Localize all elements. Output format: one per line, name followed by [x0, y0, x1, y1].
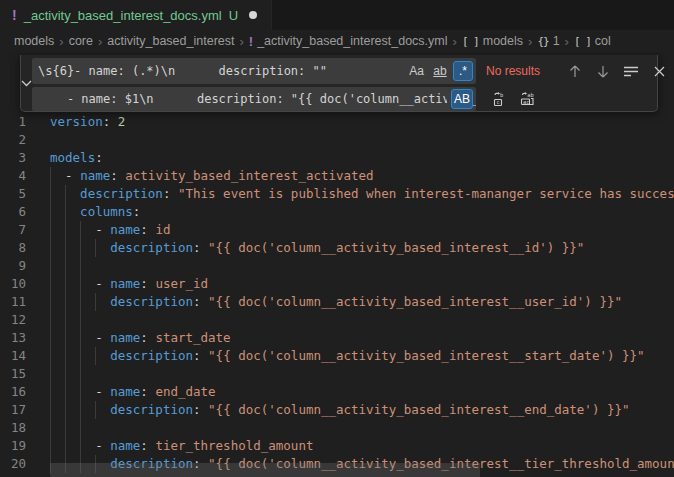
match-case-toggle[interactable]: Aa [406, 61, 427, 81]
breadcrumb-separator-icon: › [528, 35, 532, 48]
whole-word-toggle[interactable]: ab [430, 61, 450, 81]
code-line-5[interactable]: 5 description: "This event is published … [0, 185, 674, 203]
indent-guide [50, 257, 51, 275]
regex-toggle[interactable]: .* [453, 61, 473, 81]
code-line-18[interactable]: 18 [0, 419, 674, 437]
line-text: - name: id [50, 221, 170, 239]
close-icon[interactable] [648, 60, 670, 82]
next-match-button[interactable] [592, 60, 614, 82]
code-line-10[interactable]: 10 - name: user_id [0, 275, 674, 293]
indent-guide [65, 311, 66, 329]
line-number: 16 [0, 383, 26, 401]
indent-guide [65, 419, 66, 437]
code-line-7[interactable]: 7 - name: id [0, 221, 674, 239]
code-line-19[interactable]: 19 - name: tier_threshold_amount [0, 437, 674, 455]
line-text: - name: end_date [50, 383, 216, 401]
previous-match-button[interactable] [564, 60, 586, 82]
line-number: 19 [0, 437, 26, 455]
code-content[interactable]: 1version: 223models:4 - name: activity_b… [0, 113, 674, 473]
indent-guide [50, 419, 51, 437]
replace-input[interactable]: - name: $1\n description: "{{ doc('colum… [32, 87, 476, 111]
line-number: 12 [0, 311, 26, 329]
indent-guide [65, 257, 66, 275]
vscode-window: ! _activity_based_interest_docs.yml U mo… [0, 0, 674, 477]
code-line-11[interactable]: 11 description: "{{ doc('column__activit… [0, 293, 674, 311]
breadcrumb-item-_activity_based_interest_docs.yml[interactable]: !_activity_based_interest_docs.yml [249, 34, 448, 49]
toggle-replace-chevron-icon[interactable] [21, 55, 32, 111]
line-text: columns: [50, 203, 140, 221]
line-number: 18 [0, 419, 26, 437]
line-number: 17 [0, 401, 26, 419]
svg-text:b: b [500, 92, 503, 98]
line-number: 13 [0, 329, 26, 347]
editor-pane[interactable]: \s{6}- name: (.*)\n description: "" Aaab… [0, 52, 674, 477]
breadcrumb-label: activity_based_interest [107, 34, 234, 48]
breadcrumb-separator-icon: › [453, 35, 457, 48]
indent-guide [80, 257, 81, 275]
svg-text:ab: ab [527, 92, 534, 98]
line-number: 9 [0, 257, 26, 275]
breadcrumb-label: models [483, 34, 523, 48]
replace-all-button[interactable]: abac [516, 88, 538, 110]
line-number: 3 [0, 149, 26, 167]
line-text: - name: activity_based_interest_activate… [50, 167, 374, 185]
code-line-9[interactable]: 9 [0, 257, 674, 275]
line-number: 15 [0, 365, 26, 383]
code-line-6[interactable]: 6 columns: [0, 203, 674, 221]
breadcrumb-item-activity_based_interest[interactable]: activity_based_interest [107, 34, 234, 48]
code-line-17[interactable]: 17 description: "{{ doc('column__activit… [0, 401, 674, 419]
line-text: description: "{{ doc('column__activity_b… [50, 401, 630, 419]
line-text: - name: user_id [50, 275, 208, 293]
array-symbol-icon: [ ] [462, 35, 479, 48]
tab-active-file[interactable]: ! _activity_based_interest_docs.yml U [0, 0, 272, 30]
code-line-13[interactable]: 13 - name: start_date [0, 329, 674, 347]
line-number: 1 [0, 113, 26, 131]
code-line-16[interactable]: 16 - name: end_date [0, 383, 674, 401]
line-text: description: "{{ doc('column__activity_b… [50, 293, 622, 311]
find-replace-widget: \s{6}- name: (.*)\n description: "" Aaab… [20, 55, 658, 112]
breadcrumb-item-col[interactable]: [ ]col [574, 34, 611, 48]
code-line-1[interactable]: 1version: 2 [0, 113, 674, 131]
code-line-14[interactable]: 14 description: "{{ doc('column__activit… [0, 347, 674, 365]
line-number: 5 [0, 185, 26, 203]
line-number: 14 [0, 347, 26, 365]
code-line-15[interactable]: 15 [0, 365, 674, 383]
horizontal-scrollbar[interactable] [50, 463, 480, 477]
find-in-selection-icon[interactable] [620, 60, 642, 82]
object-symbol-icon: {} [537, 35, 548, 48]
tab-title: _activity_based_interest_docs.yml [24, 8, 222, 23]
breadcrumb-separator-icon: › [565, 35, 569, 48]
replace-button[interactable]: bc [488, 88, 510, 110]
breadcrumb-label: _activity_based_interest_docs.yml [257, 34, 447, 48]
breadcrumb-label: models [14, 34, 54, 48]
code-line-4[interactable]: 4 - name: activity_based_interest_activa… [0, 167, 674, 185]
line-number: 7 [0, 221, 26, 239]
indent-guide [50, 365, 51, 383]
indent-guide [80, 419, 81, 437]
breadcrumb-item-models[interactable]: [ ]models [462, 34, 523, 48]
breadcrumb-item-models[interactable]: models [14, 34, 54, 48]
breadcrumb-item-1[interactable]: {}1 [537, 34, 559, 48]
yaml-symbol-icon: ! [249, 34, 253, 49]
breadcrumb-label: 1 [553, 34, 560, 48]
indent-guide [65, 365, 66, 383]
modified-dot-icon[interactable] [249, 11, 257, 19]
breadcrumb-item-core[interactable]: core [69, 34, 93, 48]
line-text: description: "{{ doc('column__activity_b… [50, 239, 584, 257]
code-line-12[interactable]: 12 [0, 311, 674, 329]
line-text: models: [50, 149, 103, 167]
code-line-2[interactable]: 2 [0, 131, 674, 149]
preserve-case-toggle[interactable]: AB [451, 89, 473, 109]
code-line-3[interactable]: 3models: [0, 149, 674, 167]
line-number: 4 [0, 167, 26, 185]
array-symbol-icon: [ ] [574, 35, 591, 48]
line-number: 10 [0, 275, 26, 293]
code-line-8[interactable]: 8 description: "{{ doc('column__activity… [0, 239, 674, 257]
line-text: description: "{{ doc('column__activity_b… [50, 347, 645, 365]
breadcrumb-label: core [69, 34, 93, 48]
line-text: version: 2 [50, 113, 125, 131]
indent-guide [50, 311, 51, 329]
svg-text:ac: ac [523, 99, 530, 105]
line-number: 6 [0, 203, 26, 221]
find-input[interactable]: \s{6}- name: (.*)\n description: "" Aaab… [32, 58, 476, 84]
